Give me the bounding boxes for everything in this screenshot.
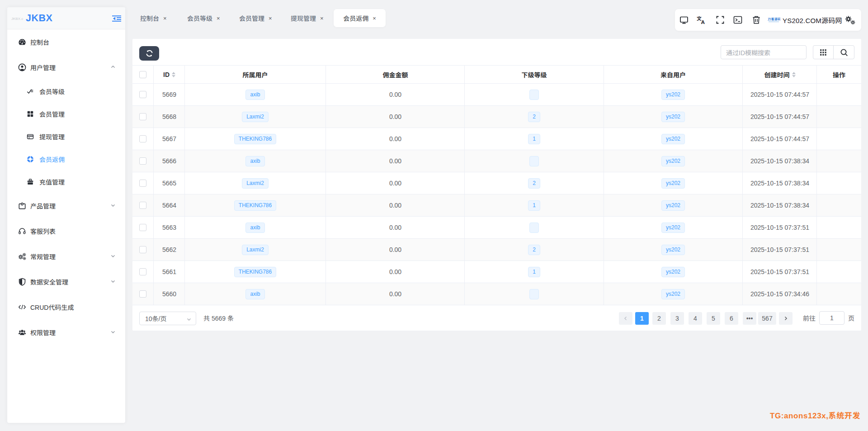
- svg-text:刀客源码: 刀客源码: [768, 17, 780, 21]
- svg-text:A: A: [701, 19, 705, 24]
